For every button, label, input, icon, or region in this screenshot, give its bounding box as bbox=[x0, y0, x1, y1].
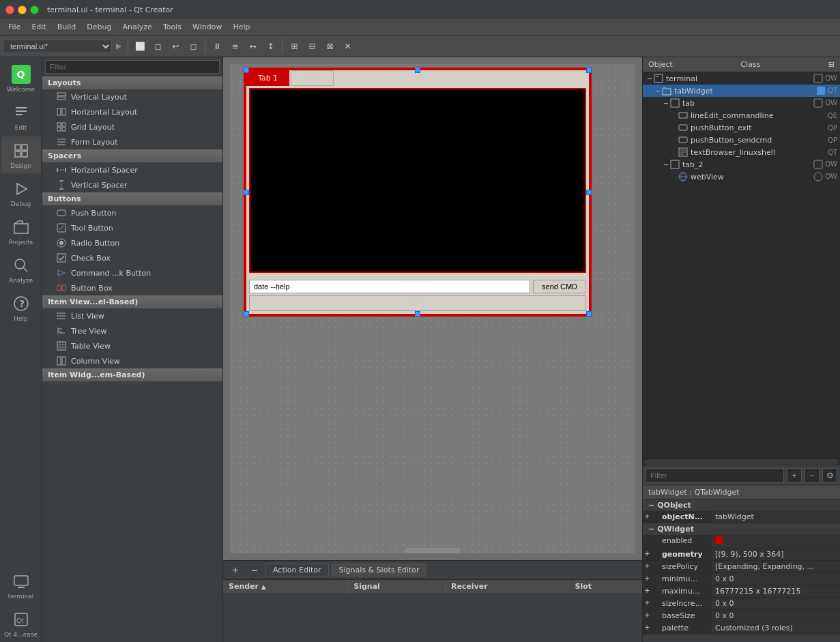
menu-file[interactable]: File bbox=[3, 21, 26, 33]
category-spacers[interactable]: Spacers bbox=[42, 149, 222, 162]
command-input[interactable] bbox=[249, 280, 530, 293]
sidebar-edit[interactable]: Edit bbox=[1, 98, 41, 135]
menu-window[interactable]: Window bbox=[187, 21, 227, 33]
toolbar-btn-5[interactable]: ⏸ bbox=[209, 38, 225, 55]
tree-lineedit[interactable]: lineEdit_commandline QE bbox=[643, 109, 840, 121]
tree-tab2[interactable]: − tab_2 QW bbox=[643, 158, 840, 171]
form-widget[interactable]: Tab 1 Tab 2 send CMD Exit bbox=[244, 68, 592, 317]
resize-handle-bm[interactable] bbox=[415, 311, 420, 317]
inspector-collapse-btn[interactable]: ⊟ bbox=[828, 60, 835, 69]
widget-tool-button[interactable]: Tool Button bbox=[42, 220, 222, 235]
prop-minwidth-expand[interactable]: + bbox=[643, 573, 651, 585]
tab2[interactable]: Tab 2 bbox=[291, 70, 334, 86]
expand-tab2[interactable]: − bbox=[662, 161, 670, 169]
toolbar-btn-3[interactable]: ↩ bbox=[167, 38, 184, 55]
resize-handle-tr[interactable] bbox=[586, 68, 592, 73]
prop-group-qwidget-expand[interactable]: − bbox=[648, 525, 654, 534]
prop-group-qobject[interactable]: − QObject bbox=[643, 499, 840, 511]
tree-tab[interactable]: − tab QW bbox=[643, 97, 840, 109]
menu-build[interactable]: Build bbox=[52, 21, 82, 33]
close-button[interactable] bbox=[5, 5, 14, 14]
send-cmd-button[interactable]: send CMD bbox=[533, 280, 586, 293]
widget-check-box[interactable]: Check Box bbox=[42, 250, 222, 265]
tree-pushbutton-exit[interactable]: pushButton_exit QP bbox=[643, 121, 840, 134]
toolbar-btn-11[interactable]: ⊠ bbox=[321, 38, 338, 55]
prop-objectname-value[interactable]: tabWidget bbox=[712, 511, 840, 523]
toolbar-btn-4[interactable]: ◻ bbox=[185, 38, 201, 55]
category-item-widgets[interactable]: Item Widg...em-Based) bbox=[42, 368, 222, 381]
resize-handle-tm[interactable] bbox=[415, 68, 420, 73]
sidebar-debug[interactable]: Debug bbox=[1, 175, 41, 211]
property-remove-btn[interactable]: − bbox=[805, 468, 820, 483]
sidebar-help[interactable]: ? Help bbox=[1, 289, 41, 326]
toolbar-btn-1[interactable]: ⬜ bbox=[132, 38, 148, 55]
prop-maxwidth-expand[interactable]: + bbox=[643, 585, 651, 597]
sidebar-design[interactable]: Design bbox=[1, 136, 41, 173]
widget-horizontal-spacer[interactable]: Horizontal Spacer bbox=[42, 162, 222, 177]
tree-tabwidget[interactable]: − tabWidget ┐ QT bbox=[643, 85, 840, 97]
toolbar-btn-9[interactable]: ⊞ bbox=[286, 38, 302, 55]
property-config-btn[interactable]: ⚙ bbox=[822, 468, 837, 483]
toolbar-btn-12[interactable]: ✕ bbox=[339, 38, 356, 55]
resize-handle-mr[interactable] bbox=[586, 190, 592, 195]
widget-radio-button[interactable]: Radio Button bbox=[42, 235, 222, 250]
tree-hscroll[interactable] bbox=[644, 459, 839, 465]
prop-sizepolicy-expand[interactable]: + bbox=[643, 561, 651, 572]
canvas-scroll-thumb[interactable] bbox=[405, 548, 460, 553]
toolbar-btn-7[interactable]: ↔ bbox=[244, 38, 261, 55]
widget-form-layout[interactable]: Form Layout bbox=[42, 134, 222, 149]
category-buttons[interactable]: Buttons bbox=[42, 192, 222, 205]
prop-enabled-value[interactable] bbox=[712, 535, 840, 548]
prop-basesize-expand[interactable]: + bbox=[643, 610, 651, 622]
prop-sizeinc-expand[interactable]: + bbox=[643, 598, 651, 609]
widget-vertical-layout[interactable]: Vertical Layout bbox=[42, 89, 222, 104]
prop-geometry-expand[interactable]: + bbox=[643, 549, 651, 560]
widget-column-view[interactable]: Column View bbox=[42, 353, 222, 368]
sidebar-projects[interactable]: Projects bbox=[1, 213, 41, 250]
menu-tools[interactable]: Tools bbox=[158, 21, 187, 33]
expand-terminal[interactable]: − bbox=[646, 75, 654, 83]
tab-signals-slots[interactable]: Signals & Slots Editor bbox=[332, 564, 427, 577]
designer-canvas[interactable]: Tab 1 Tab 2 send CMD Exit bbox=[223, 57, 642, 560]
resize-handle-ml[interactable] bbox=[244, 190, 249, 195]
toolbar-btn-2[interactable]: ◻ bbox=[149, 38, 166, 55]
widget-button-box[interactable]: Button Box bbox=[42, 280, 222, 295]
tree-pushbutton-sendcmd[interactable]: pushButton_sendcmd QP bbox=[643, 134, 840, 146]
tab1[interactable]: Tab 1 bbox=[246, 70, 289, 86]
category-layouts[interactable]: Layouts bbox=[42, 76, 222, 89]
widget-tree-view[interactable]: Tree View bbox=[42, 323, 222, 338]
widget-grid-layout[interactable]: Grid Layout bbox=[42, 119, 222, 134]
widget-filter-input[interactable] bbox=[45, 60, 220, 74]
sidebar-terminal[interactable]: terminal bbox=[1, 567, 41, 604]
tree-terminal[interactable]: − terminal QW bbox=[643, 72, 840, 85]
enabled-checkbox[interactable] bbox=[715, 536, 723, 544]
menu-analyze[interactable]: Analyze bbox=[117, 21, 158, 33]
minimize-button[interactable] bbox=[18, 5, 27, 14]
tab-action-editor[interactable]: Action Editor bbox=[265, 564, 329, 577]
prop-group-qwidget[interactable]: − QWidget bbox=[643, 523, 840, 535]
maximize-button[interactable] bbox=[30, 5, 39, 14]
exit-button[interactable]: Exit bbox=[249, 295, 586, 311]
widget-table-view[interactable]: Table View bbox=[42, 338, 222, 353]
toolbar-btn-6[interactable]: ≡ bbox=[227, 38, 243, 55]
widget-command-button[interactable]: Command ...k Button bbox=[42, 265, 222, 280]
sidebar-analyze[interactable]: Analyze bbox=[1, 251, 41, 288]
expand-tab[interactable]: − bbox=[662, 100, 670, 107]
signals-remove-button[interactable]: − bbox=[246, 562, 263, 579]
toolbar-btn-8[interactable]: ↕ bbox=[262, 38, 278, 55]
menu-edit[interactable]: Edit bbox=[26, 21, 51, 33]
menu-help[interactable]: Help bbox=[227, 21, 255, 33]
widget-list-view[interactable]: List View bbox=[42, 308, 222, 323]
resize-handle-tl[interactable] bbox=[244, 68, 249, 73]
prop-objectname-expand[interactable]: + bbox=[643, 511, 651, 523]
tree-textbrowser[interactable]: textBrowser_linuxshell QT bbox=[643, 146, 840, 158]
tree-webview[interactable]: webView QW bbox=[643, 171, 840, 183]
property-add-btn[interactable]: + bbox=[787, 468, 802, 483]
widget-horizontal-layout[interactable]: Horizontal Layout bbox=[42, 104, 222, 119]
widget-push-button[interactable]: Push Button bbox=[42, 205, 222, 220]
menu-debug[interactable]: Debug bbox=[81, 21, 117, 33]
sidebar-welcome[interactable]: Q Welcome bbox=[1, 60, 41, 97]
expand-tabwidget[interactable]: − bbox=[654, 87, 662, 95]
file-selector[interactable]: terminal.ui* bbox=[3, 40, 112, 53]
property-filter-input[interactable] bbox=[646, 468, 784, 483]
